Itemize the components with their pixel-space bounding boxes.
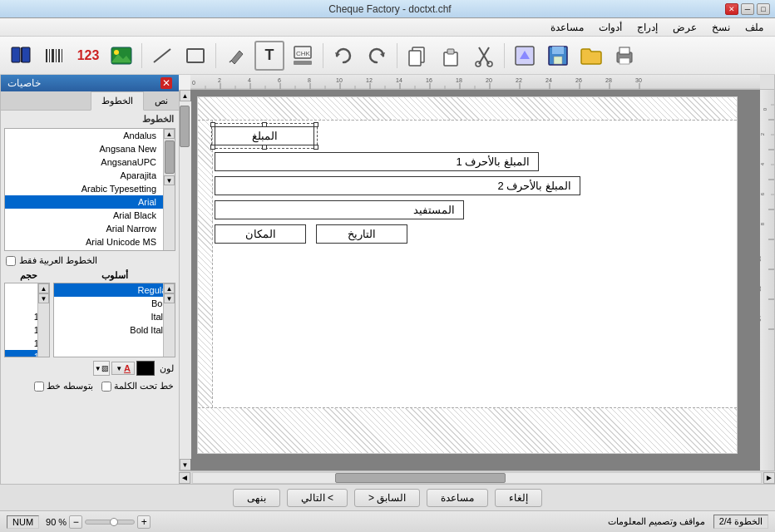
- tab-fonts[interactable]: الخطوط: [91, 91, 144, 111]
- style-scroll-up[interactable]: ▲: [164, 283, 175, 293]
- font-item-arial-black[interactable]: TArial Black: [5, 209, 175, 222]
- text-button[interactable]: T: [254, 41, 284, 71]
- menu-help[interactable]: مساعدة: [544, 20, 590, 35]
- tab-text[interactable]: نص: [144, 91, 179, 110]
- svg-text:4: 4: [760, 162, 765, 165]
- menu-file[interactable]: ملف: [738, 20, 770, 35]
- byword-checkbox[interactable]: [34, 382, 44, 392]
- menu-insert[interactable]: إدراج: [630, 20, 664, 35]
- font-item-arial-unicode[interactable]: TArial Unicode MS: [5, 235, 175, 249]
- style-bold[interactable]: Bold: [54, 297, 175, 310]
- underline-checkbox[interactable]: [101, 382, 111, 392]
- pen-button[interactable]: [221, 41, 251, 71]
- zoom-thumb[interactable]: [110, 518, 118, 526]
- menu-tools[interactable]: أدوات: [592, 20, 629, 35]
- font-item-angsana-new[interactable]: TAngsana New: [5, 142, 175, 155]
- amount-words2-field[interactable]: المبلغ بالأحرف 2: [215, 176, 580, 195]
- menu-copy[interactable]: نسخ: [705, 20, 737, 35]
- redo-button[interactable]: [362, 41, 392, 71]
- handle-br[interactable]: [313, 145, 318, 150]
- number-button[interactable]: 123: [73, 41, 103, 71]
- cut-button[interactable]: [469, 41, 499, 71]
- style-bold-italic[interactable]: Bold Italic: [54, 323, 175, 337]
- handle-bm[interactable]: [262, 145, 267, 150]
- size-list-scrollbar[interactable]: ▲ ▼: [37, 283, 49, 357]
- book-open-button[interactable]: [7, 41, 37, 71]
- svg-text:12: 12: [366, 77, 373, 83]
- panel-close-button[interactable]: ✕: [160, 77, 172, 89]
- color-dropdown-arrow[interactable]: ▼: [116, 365, 122, 372]
- minimize-button[interactable]: ─: [741, 3, 754, 15]
- panel-title: خاصيات: [7, 77, 41, 89]
- handle-tm[interactable]: [262, 122, 267, 127]
- hscroll-left-button[interactable]: ◄: [179, 472, 190, 484]
- handle-tl[interactable]: [210, 122, 215, 127]
- undo-button[interactable]: [328, 41, 358, 71]
- color-swatch[interactable]: [136, 361, 155, 376]
- font-list-scrollbar[interactable]: ▲ ▼: [163, 129, 175, 250]
- arabic-only-checkbox[interactable]: [6, 256, 16, 266]
- font-item-arial[interactable]: TArial: [5, 195, 175, 209]
- print-button[interactable]: [610, 41, 639, 71]
- handle-bl[interactable]: [210, 145, 215, 150]
- hscroll-track[interactable]: [192, 472, 762, 484]
- size-scroll-up[interactable]: ▲: [38, 283, 49, 293]
- svg-rect-32: [554, 57, 562, 64]
- finish-button[interactable]: بنهى: [233, 489, 280, 507]
- font-scroll-down[interactable]: ▼: [164, 175, 175, 185]
- vscroll-track[interactable]: [180, 101, 191, 459]
- hscroll-right-button[interactable]: ►: [763, 472, 775, 484]
- zoom-in-button[interactable]: +: [137, 515, 151, 529]
- amount-field[interactable]: المبلغ: [215, 126, 314, 145]
- style-italic[interactable]: Italic: [54, 310, 175, 323]
- copy-button[interactable]: [402, 41, 432, 71]
- vscroll-down-button[interactable]: ▼: [180, 459, 191, 470]
- amount-words1-field[interactable]: المبلغ بالأحرف 1: [215, 152, 539, 171]
- vscroll-up-button[interactable]: ▲: [180, 90, 191, 101]
- font-item-aparajita[interactable]: TAparajita: [5, 169, 175, 182]
- amount-field-wrapper[interactable]: المبلغ: [215, 126, 314, 145]
- stamp-button[interactable]: CHK: [288, 41, 318, 71]
- style-regular[interactable]: Regular: [54, 283, 175, 297]
- help-button[interactable]: مساعدة: [427, 489, 488, 507]
- handle-tr[interactable]: [313, 122, 318, 127]
- zoom-out-button[interactable]: −: [69, 515, 82, 529]
- bg-dropdown-arrow[interactable]: ▼: [95, 365, 101, 372]
- menu-view[interactable]: عرض: [666, 20, 703, 35]
- barcode-button[interactable]: [40, 41, 70, 71]
- place-field[interactable]: المكان: [215, 224, 306, 244]
- next-button[interactable]: > التالي: [287, 489, 348, 507]
- font-item-angsanaupc[interactable]: TAngsanaUPC: [5, 155, 175, 169]
- font-item-arial-narrow[interactable]: TArial Narrow: [5, 222, 175, 235]
- zoom-slider[interactable]: [85, 520, 135, 525]
- bg-color-button[interactable]: ▧ ▼: [93, 361, 110, 376]
- canvas-drawing-area[interactable]: المبلغ المبلغ بالأحرف 1 المبلغ بالأحرف 2: [190, 90, 760, 470]
- font-item-andalus[interactable]: TAndalus: [5, 129, 175, 142]
- font-scroll-up[interactable]: ▲: [164, 129, 175, 139]
- maximize-button[interactable]: □: [757, 3, 770, 15]
- beneficiary-field[interactable]: المستفيد: [215, 200, 464, 219]
- line-button[interactable]: [147, 41, 177, 71]
- paste-button[interactable]: [436, 41, 466, 71]
- size-scroll-down[interactable]: ▼: [38, 293, 49, 303]
- cancel-button[interactable]: إلغاء: [495, 489, 542, 507]
- canvas-hscrollbar[interactable]: ◄ ►: [179, 470, 775, 484]
- font-color-button[interactable]: A ▼: [111, 362, 135, 375]
- svg-text:2: 2: [760, 132, 765, 135]
- hscroll-thumb[interactable]: [335, 473, 506, 483]
- prev-button[interactable]: السابق <: [354, 489, 420, 507]
- export-button[interactable]: [510, 41, 540, 71]
- rect-button[interactable]: [180, 41, 210, 71]
- font-item-arabic-typesetting[interactable]: TArabic Typesetting: [5, 182, 175, 195]
- image-button[interactable]: [106, 41, 136, 71]
- font-item-baskerville[interactable]: TBaskerville Old Face: [5, 249, 175, 251]
- open-folder-button[interactable]: [576, 41, 606, 71]
- date-field[interactable]: التاريخ: [316, 224, 407, 244]
- save-button[interactable]: [543, 41, 573, 71]
- vscroll-thumb[interactable]: [180, 106, 190, 147]
- style-scroll-down[interactable]: ▼: [164, 293, 175, 303]
- close-button[interactable]: ✕: [725, 3, 738, 15]
- font-scroll-thumb[interactable]: [165, 140, 175, 174]
- style-list-scrollbar[interactable]: ▲ ▼: [163, 283, 175, 357]
- canvas-vscrollbar[interactable]: ▲ ▼: [179, 90, 190, 470]
